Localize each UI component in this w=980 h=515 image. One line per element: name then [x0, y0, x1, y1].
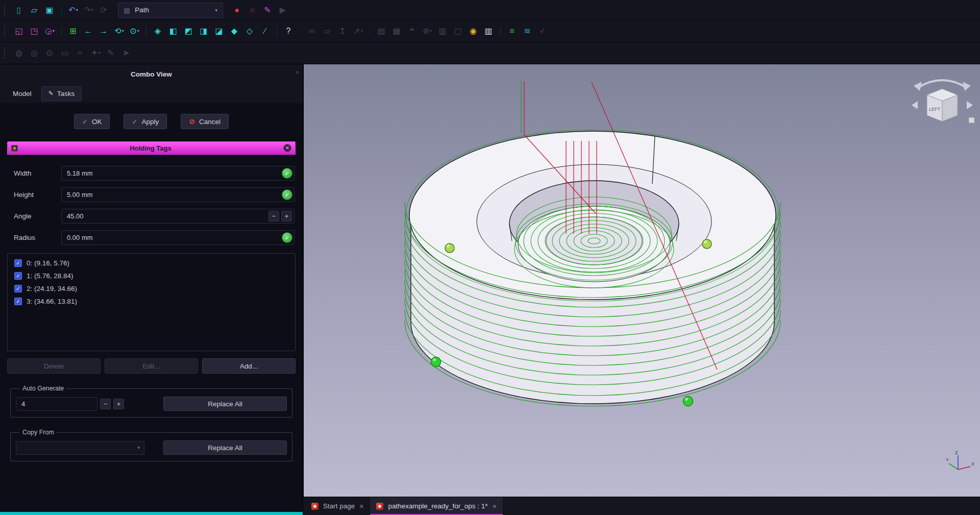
path-simulate-icon[interactable]: ≋	[520, 23, 535, 39]
std-refresh-icon[interactable]: ⟳	[96, 3, 111, 18]
toolbar-file-macro: ▯ ▱ ▣ ↶▾ ↷▾ ⟳ ▦ Path ▾ ● ■	[0, 0, 980, 20]
view-left-icon[interactable]: ◇	[242, 23, 257, 39]
clipping-plane-icon[interactable]: ◶▾	[42, 23, 57, 39]
zoom-icon[interactable]: ⊙▾	[127, 23, 142, 39]
view-rear-icon[interactable]: ◪	[212, 23, 227, 39]
tag-checkbox[interactable]: ✓	[14, 298, 22, 305]
auto-generate-count-input[interactable]	[16, 397, 97, 411]
panel-resize-strip[interactable]	[0, 512, 303, 515]
apply-button[interactable]: ✓ Apply	[124, 114, 167, 129]
std-save-icon[interactable]: ▣	[42, 3, 57, 18]
holding-tag-item[interactable]: ✓ 0: (9.16, 5.76)	[14, 259, 288, 267]
macro-record-icon[interactable]: ●	[230, 3, 244, 18]
auto-generate-replace-all-button[interactable]: Replace All	[163, 397, 287, 411]
tab-pathexample-document[interactable]: pathexample_ready_for_ops : 1* ×	[370, 497, 503, 515]
height-input[interactable]	[61, 187, 295, 202]
path-drilling-icon[interactable]: ⊙	[42, 45, 57, 61]
macro-stop-icon[interactable]: ■	[245, 3, 260, 18]
rotate-left-arrow-icon	[914, 82, 922, 91]
link-make-icon[interactable]: ∞	[305, 23, 320, 39]
ok-button[interactable]: ✓ OK	[74, 114, 110, 129]
holding-tag-item[interactable]: ✓ 1: (5.76, 28.84)	[14, 272, 288, 280]
texture-mapping-icon[interactable]: ▦	[389, 23, 404, 39]
copy-from-replace-all-button[interactable]: Replace All	[163, 440, 287, 455]
copy-from-dropdown[interactable]: ▾	[16, 441, 144, 455]
path-face-icon[interactable]: ▭	[58, 45, 72, 61]
count-decrease-button[interactable]: −	[100, 399, 111, 409]
part-body[interactable]	[409, 131, 776, 404]
macro-play-icon[interactable]: ▶	[276, 3, 290, 18]
float-panel-button[interactable]: ○	[296, 69, 299, 75]
std-redo-icon[interactable]: ↷▾	[81, 3, 96, 18]
close-icon[interactable]: ✕	[283, 144, 291, 152]
close-icon[interactable]: ×	[359, 503, 363, 510]
task-dialog-icon	[11, 145, 18, 152]
path-engrave-icon[interactable]: ✎	[104, 45, 118, 61]
selection-view-icon[interactable]: ◱	[12, 23, 27, 39]
axonometric-view-icon[interactable]: ◈	[151, 23, 165, 39]
tag-checkbox[interactable]: ✓	[14, 272, 22, 280]
radius-input[interactable]	[61, 230, 295, 245]
std-new-icon[interactable]: ▯	[12, 3, 27, 18]
std-undo-icon[interactable]: ↶▾	[66, 3, 81, 18]
tab-model[interactable]: Model	[6, 87, 38, 101]
path-sanity-icon[interactable]: ✓	[535, 23, 550, 39]
histogram-icon[interactable]: ▥	[481, 23, 496, 39]
view-forward-icon[interactable]: →	[96, 23, 111, 39]
path-helix-icon[interactable]: ≈	[73, 45, 88, 61]
holding-tag-item[interactable]: ✓ 3: (34.66, 13.81)	[14, 298, 288, 305]
close-icon[interactable]: ×	[493, 503, 497, 510]
std-open-icon[interactable]: ▱	[27, 3, 42, 18]
check-icon: ✓	[16, 261, 20, 266]
elevation-icon[interactable]: ▥	[435, 23, 450, 39]
toolbar-handle[interactable]	[4, 5, 8, 16]
angle-increase-button[interactable]: +	[281, 211, 292, 222]
path-inspect-icon[interactable]: ≡	[505, 23, 520, 39]
axis-x-label: X	[971, 461, 974, 467]
view-back-icon[interactable]: ←	[81, 23, 96, 39]
view-right-icon[interactable]: ◨	[197, 23, 211, 39]
navigation-cube[interactable]: LEFT	[912, 80, 974, 123]
rotate-view-icon[interactable]: ⟲▾	[112, 23, 127, 39]
3d-viewport[interactable]: LEFT Z X Y	[303, 64, 980, 497]
holding-tag-item[interactable]: ✓ 2: (24.19, 34.66)	[14, 285, 288, 292]
macro-edit-icon[interactable]: ✎	[260, 3, 275, 18]
view-front-icon[interactable]: ◧	[166, 23, 181, 39]
tag-checkbox[interactable]: ✓	[14, 285, 22, 292]
angle-input[interactable]	[61, 209, 295, 224]
view-bottom-icon[interactable]: ◆	[227, 23, 242, 39]
appearance-icon[interactable]: ◉	[466, 23, 481, 39]
toolbar-handle[interactable]	[4, 26, 8, 37]
whats-this-icon[interactable]: ?	[281, 23, 296, 39]
path-dressup-icon[interactable]: ✦▾	[88, 45, 103, 61]
measure-distance-icon[interactable]: ∕	[258, 23, 273, 39]
dependency-graph-icon[interactable]: ⊛▾	[420, 23, 435, 39]
workbench-selector[interactable]: ▦ Path ▾	[118, 3, 223, 18]
path-profile-icon[interactable]: ◎	[27, 45, 42, 61]
tab-start-page[interactable]: Start page ×	[305, 497, 370, 515]
share-icon[interactable]: ↗▾	[351, 23, 365, 39]
width-input[interactable]	[61, 166, 295, 181]
scene-inspector-icon[interactable]: ▤	[374, 23, 389, 39]
angle-decrease-button[interactable]: −	[268, 211, 279, 222]
selection-back-icon[interactable]: ◳	[27, 23, 42, 39]
toolbar-handle[interactable]	[4, 47, 8, 59]
tab-model-label: Model	[13, 90, 32, 97]
group-new-icon[interactable]: ▱	[320, 23, 335, 39]
tab-start-page-label: Start page	[323, 502, 355, 510]
holding-tags-header[interactable]: Holding Tags ✕	[7, 141, 296, 155]
fit-all-icon[interactable]: ⊞	[66, 23, 81, 39]
tag-checkbox[interactable]: ✓	[14, 259, 22, 267]
export-icon[interactable]: ↥	[335, 23, 350, 39]
window-icon[interactable]: ▢	[451, 23, 465, 39]
view-top-icon[interactable]: ◩	[181, 23, 196, 39]
add-button[interactable]: Add...	[202, 358, 296, 374]
edit-button[interactable]: Edit...	[105, 358, 198, 374]
delete-button[interactable]: Delete	[7, 358, 101, 374]
annotation-icon[interactable]: ❝	[405, 23, 420, 39]
tab-tasks[interactable]: ✎ Tasks	[41, 86, 82, 101]
path-post-process-icon[interactable]: ➤	[119, 45, 134, 61]
path-pocket-icon[interactable]: ◍	[12, 45, 27, 61]
cancel-button[interactable]: ⊘ Cancel	[181, 114, 229, 129]
count-increase-button[interactable]: +	[113, 399, 124, 409]
